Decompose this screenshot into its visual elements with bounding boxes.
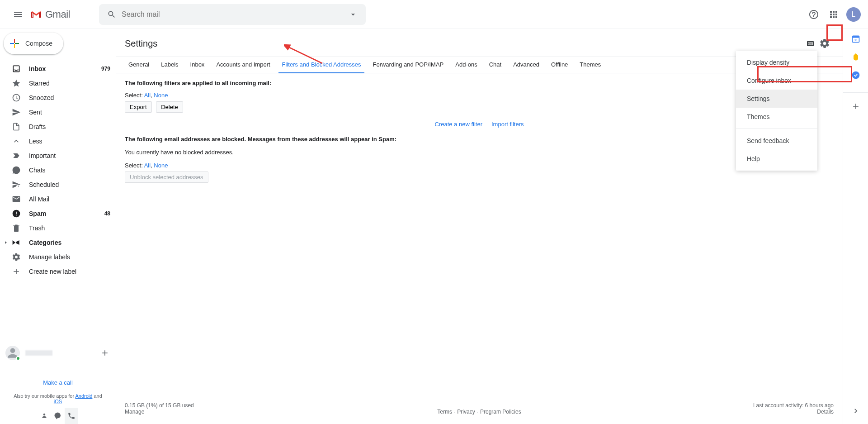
page-title: Settings xyxy=(125,38,157,49)
quick-menu-settings[interactable]: Settings xyxy=(736,90,817,108)
nav-item-scheduled[interactable]: Scheduled xyxy=(0,177,116,192)
nav-list: Inbox979StarredSnoozedSentDraftsLessImpo… xyxy=(0,62,116,341)
keep-addon[interactable] xyxy=(851,52,860,62)
select-label: Select: xyxy=(125,92,143,99)
quick-menu-display-density[interactable]: Display density xyxy=(736,53,817,71)
search-input[interactable] xyxy=(122,10,343,19)
plus-icon xyxy=(100,348,109,357)
tab-add-ons[interactable]: Add-ons xyxy=(452,57,481,73)
activity-text: Last account activity: 6 hours ago xyxy=(753,402,834,409)
tab-chat[interactable]: Chat xyxy=(486,57,505,73)
up-icon xyxy=(12,137,21,146)
blocked-heading: The following email addresses are blocke… xyxy=(125,136,834,143)
settings-gear-button[interactable] xyxy=(816,34,834,52)
import-filters-link[interactable]: Import filters xyxy=(491,121,524,128)
select-none-link-2[interactable]: None xyxy=(154,162,168,169)
chevron-right-icon xyxy=(851,406,860,415)
hangouts-phone-tab[interactable] xyxy=(65,408,78,424)
select-none-link[interactable]: None xyxy=(154,92,168,99)
keep-icon xyxy=(851,52,860,62)
nav-item-drafts[interactable]: Drafts xyxy=(0,119,116,134)
important-icon xyxy=(12,151,21,160)
send-icon xyxy=(12,108,21,117)
tab-general[interactable]: General xyxy=(125,57,153,73)
tab-labels[interactable]: Labels xyxy=(157,57,182,73)
hangouts-contacts-tab[interactable] xyxy=(38,408,51,424)
hangouts-new-button[interactable] xyxy=(99,348,110,358)
privacy-link[interactable]: Privacy xyxy=(457,409,475,415)
nav-item-categories[interactable]: Categories xyxy=(0,235,116,250)
hide-side-panel-button[interactable] xyxy=(851,406,860,417)
gmail-m-icon xyxy=(31,9,42,20)
hangouts-avatar[interactable] xyxy=(5,346,20,360)
main-content: Settings ⌨ GeneralLabelsInboxAccounts an… xyxy=(116,29,843,424)
nav-item-spam[interactable]: Spam48 xyxy=(0,206,116,221)
nav-item-starred[interactable]: Starred xyxy=(0,76,116,91)
nav-item-trash[interactable]: Trash xyxy=(0,221,116,235)
search-bar xyxy=(99,4,366,25)
quick-menu-help[interactable]: Help xyxy=(736,150,817,168)
file-icon xyxy=(12,122,21,131)
nav-item-sent[interactable]: Sent xyxy=(0,105,116,119)
nav-item-all-mail[interactable]: All Mail xyxy=(0,192,116,206)
svg-rect-6 xyxy=(855,59,856,61)
search-options-button[interactable] xyxy=(343,10,363,19)
support-button[interactable] xyxy=(805,5,823,24)
android-link[interactable]: Android xyxy=(75,393,93,399)
tab-forwarding-and-pop-imap[interactable]: Forwarding and POP/IMAP xyxy=(369,57,447,73)
nav-item-inbox[interactable]: Inbox979 xyxy=(0,62,116,76)
terms-link[interactable]: Terms xyxy=(437,409,452,415)
tab-inbox[interactable]: Inbox xyxy=(187,57,208,73)
compose-plus-icon xyxy=(9,38,20,49)
search-button[interactable] xyxy=(102,10,122,19)
get-addons-button[interactable] xyxy=(843,92,868,111)
hangouts-tabs xyxy=(0,408,116,424)
svg-point-7 xyxy=(852,71,859,79)
help-icon xyxy=(808,9,819,20)
main-menu-button[interactable] xyxy=(7,4,29,25)
nav-item-create-new-label[interactable]: Create new label xyxy=(0,264,116,279)
spam-icon xyxy=(12,209,21,218)
dropdown-icon xyxy=(349,10,358,19)
tab-offline[interactable]: Offline xyxy=(547,57,571,73)
compose-button[interactable]: Compose xyxy=(4,33,63,54)
create-filter-link[interactable]: Create a new filter xyxy=(434,121,482,128)
categories-icon xyxy=(12,238,21,247)
trash-icon xyxy=(12,224,21,233)
svg-point-1 xyxy=(10,348,15,353)
plus-icon xyxy=(851,102,860,111)
tasks-addon[interactable] xyxy=(851,71,860,80)
star-icon xyxy=(12,79,21,88)
quick-menu-configure-inbox[interactable]: Configure inbox xyxy=(736,71,817,90)
nav-item-manage-labels[interactable]: Manage labels xyxy=(0,250,116,264)
quick-menu-themes[interactable]: Themes xyxy=(736,108,817,126)
select-all-link-2[interactable]: All xyxy=(144,162,151,169)
policies-link[interactable]: Program Policies xyxy=(480,409,521,415)
unblock-button[interactable]: Unblock selected addresses xyxy=(125,172,208,183)
delete-button[interactable]: Delete xyxy=(156,101,183,113)
calendar-addon[interactable]: 31 xyxy=(851,34,860,43)
nav-item-important[interactable]: Important xyxy=(0,148,116,163)
hangouts-conversations-tab[interactable] xyxy=(51,408,65,424)
select-all-link[interactable]: All xyxy=(144,92,151,99)
plus-icon xyxy=(12,267,21,276)
tab-themes[interactable]: Themes xyxy=(576,57,604,73)
phone-icon xyxy=(67,412,75,420)
input-tools-badge[interactable]: ⌨ xyxy=(807,41,814,46)
svg-text:31: 31 xyxy=(854,38,857,42)
google-apps-button[interactable] xyxy=(825,5,843,24)
tab-advanced[interactable]: Advanced xyxy=(509,57,543,73)
gmail-logo[interactable]: Gmail xyxy=(31,9,70,20)
export-button[interactable]: Export xyxy=(125,101,152,113)
tab-filters-and-blocked-addresses[interactable]: Filters and Blocked Addresses xyxy=(278,57,365,73)
ios-link[interactable]: iOS xyxy=(54,399,62,404)
account-avatar[interactable]: L xyxy=(846,7,861,22)
quick-menu-send-feedback[interactable]: Send feedback xyxy=(736,132,817,150)
make-a-call-link[interactable]: Make a call xyxy=(5,379,110,386)
tab-accounts-and-import[interactable]: Accounts and Import xyxy=(212,57,274,73)
nav-item-snoozed[interactable]: Snoozed xyxy=(0,91,116,105)
manage-storage-link[interactable]: Manage xyxy=(125,409,144,415)
nav-item-chats[interactable]: Chats xyxy=(0,163,116,177)
nav-item-less[interactable]: Less xyxy=(0,134,116,148)
details-link[interactable]: Details xyxy=(817,409,834,415)
